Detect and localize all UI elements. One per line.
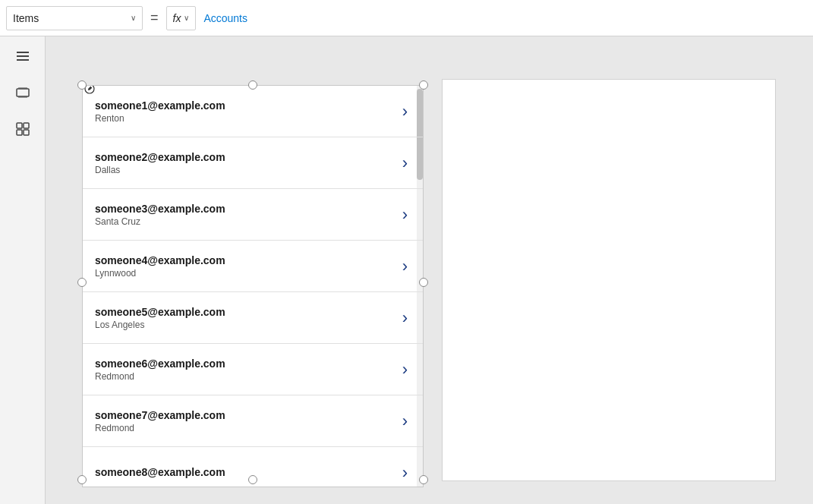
list-item[interactable]: someone3@example.com Santa Cruz › <box>83 189 423 241</box>
list-item-content: someone5@example.com Los Angeles <box>95 306 396 330</box>
list-item-chevron[interactable]: › <box>402 411 408 431</box>
handle-top-right[interactable] <box>419 80 428 90</box>
handle-bot-right[interactable] <box>419 475 428 484</box>
list-item-email: someone5@example.com <box>95 306 396 318</box>
list-item-city: Redmond <box>95 423 396 433</box>
sidebar <box>0 36 46 504</box>
list-item-chevron[interactable]: › <box>402 205 408 225</box>
svg-rect-2 <box>17 59 29 61</box>
handle-bot-left[interactable] <box>77 475 87 484</box>
list-item-city: Los Angeles <box>95 320 396 330</box>
menu-icon[interactable] <box>12 46 33 67</box>
list-item-chevron[interactable]: › <box>402 308 408 328</box>
items-dropdown-arrow: ∨ <box>131 14 136 22</box>
list-item-email: someone7@example.com <box>95 409 396 421</box>
list-item-city: Dallas <box>95 165 396 175</box>
list-item[interactable]: someone7@example.com Redmond › <box>83 395 423 447</box>
list-item-content: someone6@example.com Redmond <box>95 358 396 382</box>
items-dropdown-label: Items <box>13 12 126 24</box>
svg-rect-3 <box>17 89 29 96</box>
canvas-area: someone1@example.com Renton › someone2@e… <box>46 36 813 504</box>
list-item-content: someone7@example.com Redmond <box>95 409 396 433</box>
main-area: someone1@example.com Renton › someone2@e… <box>0 36 813 504</box>
list-item-chevron[interactable]: › <box>402 153 408 173</box>
list-item[interactable]: someone6@example.com Redmond › <box>83 344 423 395</box>
list-item[interactable]: someone5@example.com Los Angeles › <box>83 292 423 344</box>
svg-rect-8 <box>17 130 22 135</box>
list-item-chevron[interactable]: › <box>402 257 408 276</box>
list-item-city: Santa Cruz <box>95 216 396 227</box>
list-item[interactable]: someone1@example.com Renton › <box>83 86 423 137</box>
top-bar: Items ∨ = fx ∨ Accounts <box>0 0 813 36</box>
svg-rect-4 <box>18 87 27 89</box>
fx-box[interactable]: fx ∨ <box>166 6 197 30</box>
list-item-content: someone1@example.com Renton <box>95 99 396 124</box>
list-item-email: someone4@example.com <box>95 254 396 266</box>
grid-icon[interactable] <box>12 118 33 140</box>
list-item-city: Lynnwood <box>95 268 396 279</box>
right-panel <box>442 79 776 481</box>
list-item-chevron[interactable]: › <box>402 102 408 121</box>
handle-top-left[interactable] <box>77 80 87 90</box>
list-item-content: someone8@example.com <box>95 466 396 480</box>
handle-mid-left[interactable] <box>77 278 87 287</box>
list-widget-container: someone1@example.com Renton › someone2@e… <box>82 85 424 480</box>
items-dropdown[interactable]: Items ∨ <box>6 6 143 30</box>
list-item-content: someone3@example.com Santa Cruz <box>95 203 396 227</box>
handle-top-center[interactable] <box>248 80 257 90</box>
list-item-content: someone4@example.com Lynnwood <box>95 254 396 279</box>
list-item-email: someone3@example.com <box>95 203 396 215</box>
equals-sign: = <box>147 10 162 26</box>
accounts-link[interactable]: Accounts <box>200 12 251 24</box>
svg-rect-5 <box>18 96 27 98</box>
list-item-city: Renton <box>95 113 396 124</box>
handle-bot-center[interactable] <box>248 475 257 484</box>
svg-rect-9 <box>24 130 29 135</box>
layers-icon[interactable] <box>12 82 33 103</box>
list-item-email: someone8@example.com <box>95 466 396 478</box>
canvas-inner: someone1@example.com Renton › someone2@e… <box>58 49 801 492</box>
list-item-content: someone2@example.com Dallas <box>95 151 396 175</box>
list-items-container: someone1@example.com Renton › someone2@e… <box>83 86 423 487</box>
fx-label: fx <box>173 12 181 24</box>
svg-rect-1 <box>17 55 29 57</box>
list-item-email: someone2@example.com <box>95 151 396 163</box>
svg-rect-7 <box>24 123 29 128</box>
list-item-city: Redmond <box>95 371 396 382</box>
list-item[interactable]: someone4@example.com Lynnwood › <box>83 241 423 292</box>
fx-arrow: ∨ <box>184 14 189 22</box>
svg-rect-6 <box>17 123 22 128</box>
list-item[interactable]: someone2@example.com Dallas › <box>83 137 423 189</box>
list-widget: someone1@example.com Renton › someone2@e… <box>82 85 424 487</box>
list-item-email: someone1@example.com <box>95 99 396 112</box>
list-item-chevron[interactable]: › <box>402 360 408 380</box>
svg-rect-0 <box>17 52 29 53</box>
list-item-email: someone6@example.com <box>95 358 396 370</box>
handle-mid-right[interactable] <box>419 278 428 287</box>
list-item-chevron[interactable]: › <box>402 463 408 483</box>
